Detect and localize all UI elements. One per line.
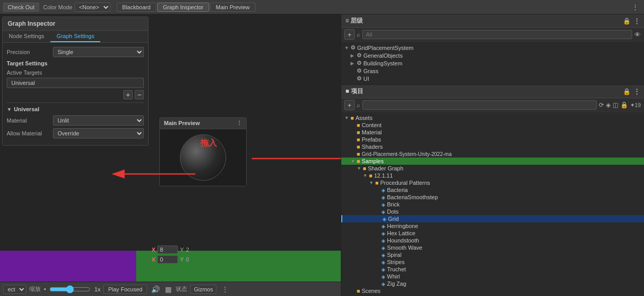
- toolbar-menu-dots[interactable]: ⋮: [630, 3, 641, 11]
- hierarchy-panel: ≡ 层级 🔒 ⋮ + ⌕ 👁 ▼ ⚙ GridPlacementSystem: [341, 14, 644, 85]
- shader-icon: ◈: [381, 202, 385, 207]
- tree-item-general-objects[interactable]: ▶ ⚙ GeneralObjects: [341, 51, 644, 59]
- x-input-2[interactable]: [157, 255, 178, 264]
- proj-item-material[interactable]: ▶ ■ Material: [341, 129, 644, 136]
- folder-icon: ■: [369, 172, 373, 179]
- proj-item-assets[interactable]: ▼ ■ Assets: [341, 114, 644, 121]
- proj-item-dots[interactable]: ▶ ◈ Dots: [341, 208, 644, 215]
- tree-item-building-system[interactable]: ▶ ⚙ BuildingSystem: [341, 59, 644, 67]
- shader-icon: ◈: [381, 223, 385, 229]
- hierarchy-eye-button[interactable]: 👁: [634, 31, 641, 39]
- proj-item-label: 12.1.11: [374, 172, 393, 179]
- input-row-1: X Y 2: [152, 246, 189, 254]
- shader-icon: ◈: [381, 274, 385, 280]
- proj-item-procedural-patterns[interactable]: ▼ ■ Procedural Patterns: [341, 179, 644, 186]
- hierarchy-dots[interactable]: ⋮: [634, 18, 640, 25]
- proj-item-houndstooth[interactable]: ▶ ◈ Houndstooth: [341, 237, 644, 244]
- proj-item-shaders[interactable]: ▶ ■ Shaders: [341, 143, 644, 150]
- gizmos-button[interactable]: Gizmos: [190, 285, 216, 294]
- material-label: Material: [7, 117, 53, 124]
- hierarchy-search-input[interactable]: [362, 30, 632, 39]
- proj-item-bacteria[interactable]: ▶ ◈ Bacteria: [341, 186, 644, 194]
- project-sync-icon[interactable]: ⟳: [599, 101, 604, 109]
- graph-inspector-tab[interactable]: Graph Inspector: [157, 3, 209, 12]
- scene-purple-block: [0, 251, 136, 282]
- add-target-btn[interactable]: +: [123, 90, 133, 99]
- target-settings-label: Target Settings: [7, 60, 144, 66]
- proj-item-grid-placement[interactable]: ▶ ■ Grid-Placement-System-Unity-2022-ma: [341, 150, 644, 158]
- shader-icon: ◈: [381, 252, 385, 258]
- proj-item-label: Content: [362, 122, 382, 128]
- zoom-label: 缩放: [29, 285, 41, 293]
- input-row-2: X Y 0: [152, 255, 189, 264]
- tree-item-grass[interactable]: ▶ ⚙ Grass: [341, 67, 644, 75]
- tree-item-ui[interactable]: ▶ ⚙ UI: [341, 75, 644, 82]
- proj-item-label: Assets: [356, 115, 373, 121]
- tool-select[interactable]: ect: [3, 285, 26, 294]
- x-input-1[interactable]: [157, 246, 178, 254]
- proj-item-label: Spiral: [387, 252, 401, 258]
- node-settings-tab[interactable]: Node Settings: [3, 31, 50, 42]
- play-focused-button[interactable]: Play Focused: [103, 285, 147, 294]
- material-select[interactable]: Unlit: [53, 115, 144, 126]
- project-add-button[interactable]: +: [344, 100, 355, 110]
- tree-item-grid-placement-system[interactable]: ▼ ⚙ GridPlacementSystem: [341, 44, 644, 51]
- folder-icon: ■: [375, 180, 379, 186]
- precision-label: Precision: [7, 49, 53, 55]
- project-dots[interactable]: ⋮: [634, 88, 640, 95]
- zoom-slider[interactable]: [49, 285, 90, 293]
- graph-settings-tab[interactable]: Graph Settings: [50, 31, 100, 42]
- project-toolbar: + ⌕ ⟳ ◈ ◫ 🔒 ✦19: [341, 98, 644, 112]
- proj-item-herringbone[interactable]: ▶ ◈ Herringbone: [341, 222, 644, 230]
- folder-icon: ■: [351, 115, 354, 121]
- project-lock-btn[interactable]: 🔒: [620, 101, 628, 109]
- lock-icon[interactable]: 🔒: [623, 18, 631, 25]
- audio-icon[interactable]: 🔊: [150, 285, 161, 293]
- folder-icon: ■: [357, 129, 360, 135]
- proj-item-truchet[interactable]: ▶ ◈ Truchet: [341, 266, 644, 273]
- proj-item-prefabs[interactable]: ▶ ■ Prefabs: [341, 136, 644, 143]
- proj-item-zig-zag[interactable]: ▶ ◈ Zig Zag: [341, 280, 644, 287]
- proj-item-content[interactable]: ▶ ■ Content: [341, 121, 644, 129]
- preview-dots[interactable]: ⋮: [236, 120, 242, 127]
- bottom-toolbar-dots[interactable]: ⋮: [219, 285, 231, 293]
- project-title: ■ 项目: [345, 87, 363, 96]
- proj-item-smooth-wave[interactable]: ▶ ◈ Smooth Wave: [341, 244, 644, 251]
- proj-item-stripes[interactable]: ▶ ◈ Stripes: [341, 258, 644, 266]
- tree-toggle-icon: ▶: [351, 61, 357, 66]
- drag-label: 拖入: [200, 138, 217, 149]
- project-lock-icon[interactable]: 🔒: [623, 88, 631, 95]
- proj-item-hex-lattice[interactable]: ▶ ◈ Hex Lattice: [341, 230, 644, 237]
- hierarchy-add-button[interactable]: +: [344, 29, 355, 40]
- color-mode-select[interactable]: <None>: [75, 3, 111, 12]
- proj-item-label: Grid: [388, 216, 399, 222]
- main-preview-tab[interactable]: Main Preview: [210, 3, 255, 12]
- checkout-button[interactable]: Check Out: [3, 3, 39, 12]
- x-label-1: X: [152, 247, 155, 253]
- project-view-icon[interactable]: ◫: [613, 101, 618, 109]
- proj-item-scenes[interactable]: ▶ ■ Scenes: [341, 287, 644, 294]
- proj-item-samples[interactable]: ▼ ■ Samples: [341, 158, 644, 165]
- project-filter-icon[interactable]: ◈: [606, 101, 611, 109]
- hierarchy-title: ≡ 层级: [345, 16, 363, 25]
- game-object-icon: ⚙: [357, 75, 362, 82]
- proj-item-12111[interactable]: ▼ ■ 12.1.11: [341, 172, 644, 179]
- override-select[interactable]: Override: [53, 128, 144, 138]
- tree-item-label: Grass: [363, 68, 378, 74]
- proj-item-bacteria-smoothstep[interactable]: ▶ ◈ BacteriaSmoothstep: [341, 194, 644, 201]
- proj-item-grid[interactable]: ▶ ◈ Grid: [341, 215, 644, 222]
- blackboard-tab[interactable]: Blackboard: [117, 3, 156, 12]
- folder-icon: ■: [357, 122, 360, 128]
- proj-item-whirl[interactable]: ▶ ◈ Whirl: [341, 273, 644, 280]
- proj-item-shader-graph[interactable]: ▼ ■ Shader Graph: [341, 165, 644, 172]
- universal-target-item[interactable]: Universal: [7, 78, 144, 88]
- remove-target-btn[interactable]: −: [135, 90, 144, 99]
- tree-item-label: UI: [363, 76, 369, 82]
- proj-item-spiral[interactable]: ▶ ◈ Spiral: [341, 251, 644, 258]
- project-search-input[interactable]: [362, 100, 597, 110]
- proj-item-brick[interactable]: ▶ ◈ Brick: [341, 201, 644, 208]
- folder-icon: ■: [357, 288, 360, 294]
- grid-icon[interactable]: ▦: [164, 285, 173, 293]
- precision-select[interactable]: Single: [53, 47, 144, 57]
- color-mode-label: Color Mode: [43, 4, 72, 10]
